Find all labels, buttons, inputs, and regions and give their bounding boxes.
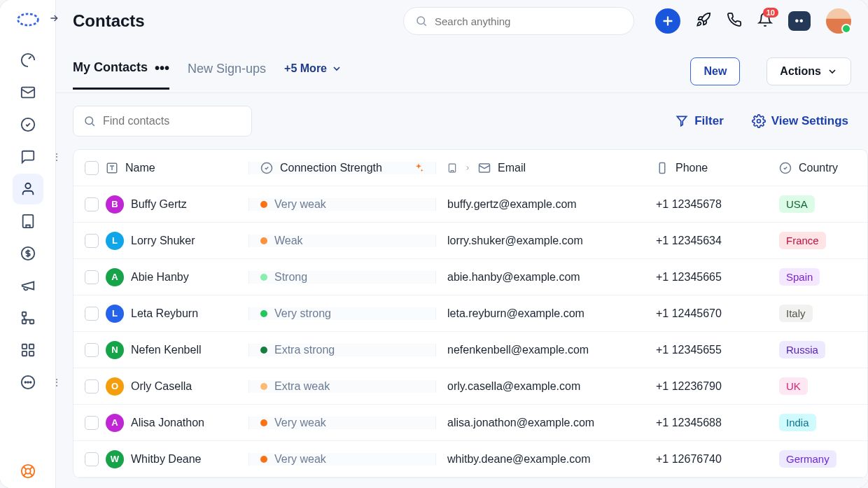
nav-deals[interactable] xyxy=(13,238,43,269)
filter-label: Filter xyxy=(694,114,724,128)
global-search[interactable] xyxy=(403,7,634,35)
tab-my-contacts[interactable]: My Contacts ••• xyxy=(73,60,169,90)
quick-add-button[interactable] xyxy=(655,8,680,34)
cell-phone: +1 12345665 xyxy=(645,271,768,284)
cell-email: orly.casella@example.com xyxy=(436,380,645,393)
row-checkbox[interactable] xyxy=(85,416,99,430)
contact-name: Lorry Shuker xyxy=(131,235,195,247)
nav-conversations[interactable]: ⋮ xyxy=(13,141,43,172)
cell-name: W Whitby Deane xyxy=(74,450,248,468)
app-logo[interactable] xyxy=(15,10,41,29)
contact-avatar: O xyxy=(106,377,124,396)
table-row[interactable]: A Alisa Jonathon Very weak alisa.jonatho… xyxy=(74,405,867,441)
cell-strength: Strong xyxy=(248,271,436,284)
find-contacts-box[interactable] xyxy=(73,106,252,137)
cell-country: India xyxy=(768,414,867,431)
country-badge: USA xyxy=(779,195,815,213)
cell-country: France xyxy=(768,232,867,249)
strength-dot xyxy=(260,347,267,354)
page-title: Contacts xyxy=(73,11,145,31)
nav-contacts[interactable] xyxy=(13,174,43,204)
tab-menu-icon[interactable]: ••• xyxy=(155,61,169,75)
cell-name: B Buffy Gertz xyxy=(74,195,248,214)
collapse-sidebar-icon[interactable] xyxy=(48,13,62,27)
row-checkbox[interactable] xyxy=(85,197,99,211)
launch-icon[interactable] xyxy=(696,12,711,30)
cell-country: Russia xyxy=(768,341,867,358)
cell-phone: +1 12445670 xyxy=(645,307,768,320)
country-badge: India xyxy=(779,414,816,431)
cell-name: N Nefen Kenbell xyxy=(74,341,248,359)
country-badge: Spain xyxy=(779,268,820,286)
search-icon xyxy=(83,115,96,127)
col-strength[interactable]: Connection Strength xyxy=(248,162,436,174)
col-name[interactable]: Name xyxy=(74,161,248,175)
nav-help[interactable] xyxy=(13,456,43,487)
nav-automations[interactable] xyxy=(13,302,43,333)
strength-dot xyxy=(260,419,267,426)
col-country[interactable]: Country xyxy=(768,162,867,174)
cell-phone: +1 12676740 xyxy=(645,453,768,466)
table-row[interactable]: W Whitby Deane Very weak whitby.deane@ex… xyxy=(74,441,867,477)
new-button[interactable]: New xyxy=(690,57,740,85)
contact-avatar: L xyxy=(106,305,124,323)
contact-name: Buffy Gertz xyxy=(131,198,187,211)
cell-strength: Extra weak xyxy=(248,380,436,393)
nav-inbox[interactable] xyxy=(13,77,43,108)
strength-dot xyxy=(260,456,267,463)
actions-button[interactable]: Actions xyxy=(766,57,851,85)
search-icon xyxy=(415,15,428,27)
user-avatar[interactable] xyxy=(826,8,851,34)
tab-more[interactable]: +5 More xyxy=(284,62,342,88)
strength-label: Extra weak xyxy=(274,380,330,393)
cell-phone: +1 12345688 xyxy=(645,417,768,429)
table-toolbar: Filter View Settings xyxy=(56,93,868,149)
chevron-right-icon xyxy=(464,163,471,173)
find-contacts-input[interactable] xyxy=(103,115,243,127)
table-row[interactable]: N Nefen Kenbell Extra strong nefenkenbel… xyxy=(74,332,867,368)
tab-new-signups[interactable]: New Sign-ups xyxy=(188,62,266,89)
cell-name: A Abie Hanby xyxy=(74,268,248,286)
table-row[interactable]: O Orly Casella Extra weak orly.casella@e… xyxy=(74,368,867,405)
nav-companies[interactable] xyxy=(13,206,43,237)
tab-bar: My Contacts ••• New Sign-ups +5 More New… xyxy=(56,42,868,93)
cell-strength: Very weak xyxy=(248,417,436,429)
row-checkbox[interactable] xyxy=(85,307,99,321)
strength-label: Very weak xyxy=(274,417,326,429)
row-checkbox[interactable] xyxy=(85,452,99,466)
strength-label: Strong xyxy=(274,271,307,284)
nav-tasks[interactable] xyxy=(13,109,43,140)
table-row[interactable]: A Abie Hanby Strong abie.hanby@example.c… xyxy=(74,259,867,295)
row-checkbox[interactable] xyxy=(85,343,99,357)
strength-dot xyxy=(260,237,267,244)
cell-strength: Very weak xyxy=(248,453,436,466)
row-checkbox[interactable] xyxy=(85,270,99,284)
global-search-input[interactable] xyxy=(435,15,622,27)
nav-more[interactable]: ⋮ xyxy=(13,367,43,398)
col-email[interactable]: Email xyxy=(436,162,645,174)
country-badge: Germany xyxy=(779,450,836,468)
table-row[interactable]: L Lorry Shuker Weak lorry.shuker@example… xyxy=(74,223,867,259)
select-all-checkbox[interactable] xyxy=(85,161,99,175)
chevron-down-icon xyxy=(827,66,838,77)
contact-name: Leta Reyburn xyxy=(131,307,198,320)
assistant-button[interactable]: •• xyxy=(788,11,811,31)
sidebar-rail: ⋮ ⋮ xyxy=(0,0,56,488)
nav-apps[interactable] xyxy=(13,335,43,365)
call-icon[interactable] xyxy=(727,12,742,30)
row-checkbox[interactable] xyxy=(85,379,99,393)
table-row[interactable]: B Buffy Gertz Very weak buffy.gertz@exam… xyxy=(74,186,867,223)
tab-label: My Contacts xyxy=(73,60,148,75)
notifications-button[interactable]: 10 xyxy=(757,12,773,30)
nav-dashboard[interactable] xyxy=(13,45,43,76)
view-settings-button[interactable]: View Settings xyxy=(752,114,848,128)
filter-button[interactable]: Filter xyxy=(675,114,724,128)
table-row[interactable]: L Leta Reyburn Very strong leta.reyburn@… xyxy=(74,295,867,332)
nav-campaigns[interactable] xyxy=(13,270,43,301)
contact-name: Orly Casella xyxy=(131,380,192,393)
row-checkbox[interactable] xyxy=(85,234,99,248)
cell-email: buffy.gertz@example.com xyxy=(436,198,645,211)
view-settings-label: View Settings xyxy=(771,114,848,128)
col-phone[interactable]: Phone xyxy=(645,162,768,174)
chevron-down-icon xyxy=(331,63,342,74)
